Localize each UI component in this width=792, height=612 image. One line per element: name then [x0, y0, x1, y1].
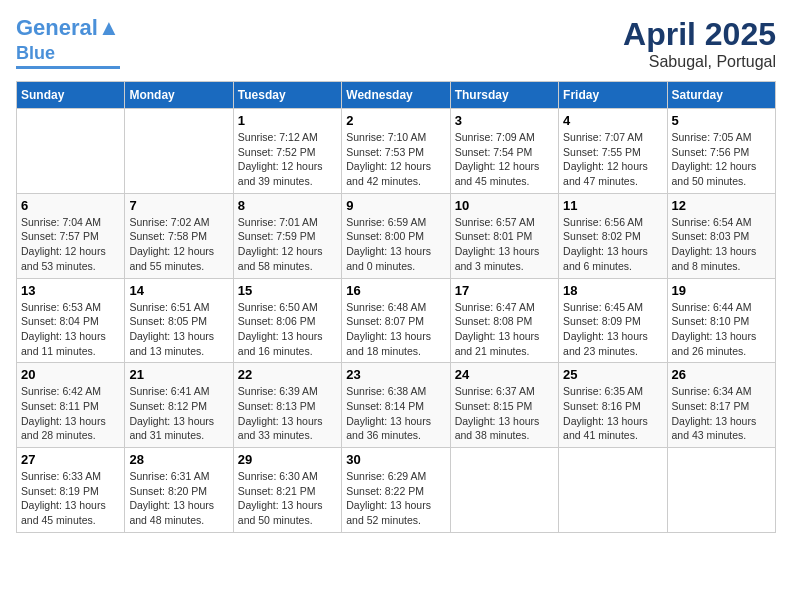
day-info: Sunrise: 7:09 AM Sunset: 7:54 PM Dayligh…	[455, 130, 554, 189]
day-info: Sunrise: 6:59 AM Sunset: 8:00 PM Dayligh…	[346, 215, 445, 274]
day-number: 27	[21, 452, 120, 467]
calendar-cell: 18Sunrise: 6:45 AM Sunset: 8:09 PM Dayli…	[559, 278, 667, 363]
day-number: 24	[455, 367, 554, 382]
day-info: Sunrise: 7:07 AM Sunset: 7:55 PM Dayligh…	[563, 130, 662, 189]
day-info: Sunrise: 6:38 AM Sunset: 8:14 PM Dayligh…	[346, 384, 445, 443]
logo: General▲ Blue	[16, 16, 120, 69]
calendar-cell: 27Sunrise: 6:33 AM Sunset: 8:19 PM Dayli…	[17, 448, 125, 533]
day-number: 23	[346, 367, 445, 382]
day-info: Sunrise: 6:44 AM Sunset: 8:10 PM Dayligh…	[672, 300, 771, 359]
day-info: Sunrise: 7:10 AM Sunset: 7:53 PM Dayligh…	[346, 130, 445, 189]
calendar-cell: 30Sunrise: 6:29 AM Sunset: 8:22 PM Dayli…	[342, 448, 450, 533]
calendar-week-5: 27Sunrise: 6:33 AM Sunset: 8:19 PM Dayli…	[17, 448, 776, 533]
day-info: Sunrise: 7:05 AM Sunset: 7:56 PM Dayligh…	[672, 130, 771, 189]
column-header-thursday: Thursday	[450, 82, 558, 109]
day-info: Sunrise: 6:54 AM Sunset: 8:03 PM Dayligh…	[672, 215, 771, 274]
calendar-cell: 13Sunrise: 6:53 AM Sunset: 8:04 PM Dayli…	[17, 278, 125, 363]
day-number: 10	[455, 198, 554, 213]
day-info: Sunrise: 6:50 AM Sunset: 8:06 PM Dayligh…	[238, 300, 337, 359]
day-info: Sunrise: 6:42 AM Sunset: 8:11 PM Dayligh…	[21, 384, 120, 443]
calendar-cell	[559, 448, 667, 533]
day-info: Sunrise: 6:45 AM Sunset: 8:09 PM Dayligh…	[563, 300, 662, 359]
logo-general: General	[16, 15, 98, 40]
calendar-cell: 21Sunrise: 6:41 AM Sunset: 8:12 PM Dayli…	[125, 363, 233, 448]
column-header-monday: Monday	[125, 82, 233, 109]
day-info: Sunrise: 6:57 AM Sunset: 8:01 PM Dayligh…	[455, 215, 554, 274]
day-info: Sunrise: 6:56 AM Sunset: 8:02 PM Dayligh…	[563, 215, 662, 274]
day-number: 12	[672, 198, 771, 213]
day-info: Sunrise: 6:31 AM Sunset: 8:20 PM Dayligh…	[129, 469, 228, 528]
day-info: Sunrise: 6:47 AM Sunset: 8:08 PM Dayligh…	[455, 300, 554, 359]
calendar-cell: 4Sunrise: 7:07 AM Sunset: 7:55 PM Daylig…	[559, 109, 667, 194]
calendar-table: SundayMondayTuesdayWednesdayThursdayFrid…	[16, 81, 776, 533]
day-info: Sunrise: 6:29 AM Sunset: 8:22 PM Dayligh…	[346, 469, 445, 528]
calendar-week-4: 20Sunrise: 6:42 AM Sunset: 8:11 PM Dayli…	[17, 363, 776, 448]
day-number: 3	[455, 113, 554, 128]
column-header-saturday: Saturday	[667, 82, 775, 109]
day-number: 6	[21, 198, 120, 213]
day-info: Sunrise: 6:30 AM Sunset: 8:21 PM Dayligh…	[238, 469, 337, 528]
calendar-cell: 28Sunrise: 6:31 AM Sunset: 8:20 PM Dayli…	[125, 448, 233, 533]
day-info: Sunrise: 6:34 AM Sunset: 8:17 PM Dayligh…	[672, 384, 771, 443]
day-number: 29	[238, 452, 337, 467]
calendar-cell: 10Sunrise: 6:57 AM Sunset: 8:01 PM Dayli…	[450, 193, 558, 278]
calendar-cell: 2Sunrise: 7:10 AM Sunset: 7:53 PM Daylig…	[342, 109, 450, 194]
day-number: 15	[238, 283, 337, 298]
calendar-cell: 29Sunrise: 6:30 AM Sunset: 8:21 PM Dayli…	[233, 448, 341, 533]
calendar-cell: 26Sunrise: 6:34 AM Sunset: 8:17 PM Dayli…	[667, 363, 775, 448]
calendar-cell: 17Sunrise: 6:47 AM Sunset: 8:08 PM Dayli…	[450, 278, 558, 363]
day-info: Sunrise: 6:51 AM Sunset: 8:05 PM Dayligh…	[129, 300, 228, 359]
calendar-cell	[667, 448, 775, 533]
column-header-sunday: Sunday	[17, 82, 125, 109]
column-header-tuesday: Tuesday	[233, 82, 341, 109]
day-info: Sunrise: 6:39 AM Sunset: 8:13 PM Dayligh…	[238, 384, 337, 443]
calendar-cell: 12Sunrise: 6:54 AM Sunset: 8:03 PM Dayli…	[667, 193, 775, 278]
day-number: 18	[563, 283, 662, 298]
day-number: 21	[129, 367, 228, 382]
day-number: 26	[672, 367, 771, 382]
day-number: 2	[346, 113, 445, 128]
calendar-cell: 6Sunrise: 7:04 AM Sunset: 7:57 PM Daylig…	[17, 193, 125, 278]
day-info: Sunrise: 7:02 AM Sunset: 7:58 PM Dayligh…	[129, 215, 228, 274]
calendar-week-3: 13Sunrise: 6:53 AM Sunset: 8:04 PM Dayli…	[17, 278, 776, 363]
column-header-friday: Friday	[559, 82, 667, 109]
logo-underline	[16, 66, 120, 69]
calendar-cell: 11Sunrise: 6:56 AM Sunset: 8:02 PM Dayli…	[559, 193, 667, 278]
day-number: 7	[129, 198, 228, 213]
calendar-cell: 8Sunrise: 7:01 AM Sunset: 7:59 PM Daylig…	[233, 193, 341, 278]
calendar-cell: 1Sunrise: 7:12 AM Sunset: 7:52 PM Daylig…	[233, 109, 341, 194]
calendar-cell: 3Sunrise: 7:09 AM Sunset: 7:54 PM Daylig…	[450, 109, 558, 194]
calendar-cell	[17, 109, 125, 194]
day-number: 22	[238, 367, 337, 382]
day-number: 11	[563, 198, 662, 213]
logo-blue-text: Blue	[16, 43, 55, 63]
calendar-cell: 15Sunrise: 6:50 AM Sunset: 8:06 PM Dayli…	[233, 278, 341, 363]
day-number: 30	[346, 452, 445, 467]
calendar-cell: 20Sunrise: 6:42 AM Sunset: 8:11 PM Dayli…	[17, 363, 125, 448]
day-number: 4	[563, 113, 662, 128]
title-block: April 2025 Sabugal, Portugal	[623, 16, 776, 71]
calendar-cell: 22Sunrise: 6:39 AM Sunset: 8:13 PM Dayli…	[233, 363, 341, 448]
calendar-week-1: 1Sunrise: 7:12 AM Sunset: 7:52 PM Daylig…	[17, 109, 776, 194]
column-header-wednesday: Wednesday	[342, 82, 450, 109]
calendar-location: Sabugal, Portugal	[623, 53, 776, 71]
day-number: 8	[238, 198, 337, 213]
calendar-cell	[450, 448, 558, 533]
calendar-cell: 14Sunrise: 6:51 AM Sunset: 8:05 PM Dayli…	[125, 278, 233, 363]
calendar-title: April 2025	[623, 16, 776, 53]
day-number: 9	[346, 198, 445, 213]
calendar-week-2: 6Sunrise: 7:04 AM Sunset: 7:57 PM Daylig…	[17, 193, 776, 278]
day-number: 20	[21, 367, 120, 382]
day-number: 17	[455, 283, 554, 298]
day-number: 14	[129, 283, 228, 298]
day-info: Sunrise: 6:48 AM Sunset: 8:07 PM Dayligh…	[346, 300, 445, 359]
day-info: Sunrise: 7:04 AM Sunset: 7:57 PM Dayligh…	[21, 215, 120, 274]
day-number: 19	[672, 283, 771, 298]
day-number: 28	[129, 452, 228, 467]
day-info: Sunrise: 7:12 AM Sunset: 7:52 PM Dayligh…	[238, 130, 337, 189]
calendar-cell: 9Sunrise: 6:59 AM Sunset: 8:00 PM Daylig…	[342, 193, 450, 278]
calendar-cell: 25Sunrise: 6:35 AM Sunset: 8:16 PM Dayli…	[559, 363, 667, 448]
day-number: 5	[672, 113, 771, 128]
calendar-cell: 19Sunrise: 6:44 AM Sunset: 8:10 PM Dayli…	[667, 278, 775, 363]
day-info: Sunrise: 6:37 AM Sunset: 8:15 PM Dayligh…	[455, 384, 554, 443]
